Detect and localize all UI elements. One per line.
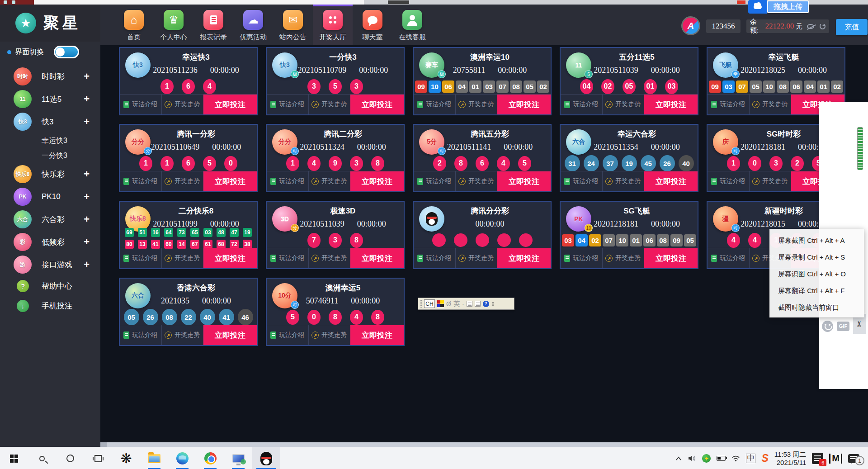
refresh-icon[interactable] (820, 23, 826, 29)
play-intro-button[interactable]: 玩法介绍 (267, 171, 309, 191)
trend-button[interactable]: ↗开奖走势 (162, 171, 204, 191)
sidebar-item[interactable]: 1111选5+ (0, 88, 100, 110)
play-intro-button[interactable]: 玩法介绍 (561, 95, 603, 114)
nav-item[interactable]: 聊天室 (353, 5, 392, 45)
expand-plus-icon[interactable]: + (84, 116, 90, 128)
trend-button[interactable]: ↗开奖走势 (603, 248, 645, 268)
nav-item[interactable]: ♛个人中心 (154, 5, 193, 45)
sidebar-subitem[interactable]: 幸运快3 (0, 133, 100, 148)
ui-switch-toggle[interactable] (54, 46, 79, 58)
qq-button[interactable] (252, 447, 280, 469)
file-explorer-button[interactable] (140, 447, 168, 469)
sidebar-item[interactable]: 游接口游戏+ (0, 253, 100, 276)
nav-item[interactable]: ☁优惠活动 (233, 5, 273, 45)
sidebar-item[interactable]: 快3快3+ (0, 110, 100, 133)
emoji-icon[interactable] (822, 321, 833, 332)
nav-item[interactable]: ⌂首页 (114, 5, 154, 45)
bet-now-button[interactable]: 立即投注 (644, 95, 698, 114)
bet-now-button[interactable]: 立即投注 (203, 95, 257, 114)
gif-icon[interactable]: GIF (837, 322, 849, 331)
username-box[interactable]: 123456 (706, 19, 741, 33)
trend-button[interactable]: ↗开奖走势 (456, 248, 498, 268)
nav-item[interactable]: 开奖大厅 (313, 5, 353, 45)
bet-now-button[interactable]: 立即投注 (350, 325, 404, 345)
expand-plus-icon[interactable]: + (84, 213, 90, 225)
trend-button[interactable]: ↗开奖走势 (750, 95, 792, 114)
ime-help-icon[interactable]: ? (483, 301, 489, 307)
bet-now-button[interactable]: 立即投注 (350, 171, 404, 191)
expand-plus-icon[interactable]: + (84, 259, 90, 270)
expand-plus-icon[interactable]: + (84, 168, 90, 180)
ime-disabled-icon[interactable]: Ø (446, 300, 451, 308)
sidebar-subitem[interactable]: 一分快3 (0, 148, 100, 163)
trend-button[interactable]: ↗开奖走势 (309, 171, 351, 191)
notes-app-icon[interactable]: 6 (812, 453, 823, 464)
trend-button[interactable]: ↗开奖走势 (456, 95, 498, 114)
account-button[interactable]: 充值 (836, 19, 868, 35)
menu-item[interactable]: 屏幕录制 Ctrl + Alt + S (770, 249, 864, 265)
task-view-button[interactable] (84, 447, 112, 469)
trend-button[interactable]: ↗开奖走势 (750, 171, 792, 191)
play-intro-button[interactable]: 玩法介绍 (267, 248, 309, 268)
m-app-icon[interactable]: M (829, 454, 842, 464)
play-intro-button[interactable]: 玩法介绍 (708, 171, 750, 191)
sidebar-item[interactable]: 快乐8快乐彩+ (0, 163, 100, 185)
trend-button[interactable]: ↗开奖走势 (603, 95, 645, 114)
play-intro-button[interactable]: 玩法介绍 (414, 248, 456, 268)
search-button[interactable] (28, 447, 56, 469)
menu-item[interactable]: 屏幕截图 Ctrl + Alt + A (770, 232, 864, 249)
play-intro-button[interactable]: 玩法介绍 (414, 95, 456, 114)
ime-options-icon[interactable] (491, 302, 495, 306)
ime-lang-button[interactable]: CH (424, 299, 435, 308)
trend-button[interactable]: ↗开奖走势 (309, 95, 351, 114)
bet-now-button[interactable]: 立即投注 (203, 171, 257, 191)
scroll-left-arrow[interactable] (100, 442, 107, 447)
taskbar-clock[interactable]: 11:53 周二 2021/5/11 (774, 450, 807, 467)
trend-button[interactable]: ↗开奖走势 (162, 248, 204, 268)
sogou-icon[interactable]: S (761, 452, 768, 464)
play-intro-button[interactable]: 玩法介绍 (267, 325, 309, 345)
ime-grip[interactable] (420, 300, 422, 308)
ime-language-bar[interactable]: CH Ø 英 · ? (418, 298, 514, 310)
ime-mspy-icon[interactable] (437, 300, 444, 307)
play-intro-button[interactable]: 玩法介绍 (708, 248, 750, 268)
nav-item[interactable]: 在线客服 (392, 5, 432, 45)
pinned-app-button[interactable]: ❋ (112, 447, 140, 469)
play-intro-button[interactable]: 玩法介绍 (267, 95, 309, 114)
qq-scrollbar-thumb[interactable] (857, 127, 863, 170)
bet-now-button[interactable]: 立即投注 (497, 248, 551, 268)
ime-indicator[interactable]: 中 (746, 454, 755, 463)
bet-now-button[interactable]: 立即投注 (203, 325, 257, 345)
sidebar-item[interactable]: ↓手机投注 (0, 296, 100, 316)
edge-button[interactable] (168, 447, 196, 469)
sidebar-item[interactable]: 六合六合彩+ (0, 208, 100, 231)
sidebar-item[interactable]: PKPK10+ (0, 185, 100, 208)
ime-softkeyboard-icon[interactable] (467, 301, 472, 307)
volume-icon[interactable] (688, 455, 696, 462)
trend-button[interactable]: ↗开奖走势 (309, 325, 351, 345)
play-intro-button[interactable]: 玩法介绍 (120, 248, 162, 268)
play-intro-button[interactable]: 玩法介绍 (414, 171, 456, 191)
sidebar-item[interactable]: ?帮助中心 (0, 276, 100, 296)
play-intro-button[interactable]: 玩法介绍 (561, 248, 603, 268)
drag-upload-widget[interactable]: 拖拽上传 (748, 0, 809, 14)
avatar[interactable]: A (681, 16, 700, 35)
nav-item[interactable]: ✉站内公告 (273, 5, 313, 45)
eye-off-icon[interactable] (807, 24, 814, 29)
bet-now-button[interactable]: 立即投注 (644, 171, 698, 191)
bet-now-button[interactable]: 立即投注 (497, 95, 551, 114)
horizontal-scrollbar[interactable] (100, 442, 868, 447)
menu-item[interactable]: 截图时隐藏当前窗口 (770, 299, 864, 316)
expand-plus-icon[interactable]: + (84, 191, 90, 203)
remote-desktop-button[interactable] (224, 447, 252, 469)
sidebar-item[interactable]: 彩低频彩+ (0, 231, 100, 253)
play-intro-button[interactable]: 玩法介绍 (708, 95, 750, 114)
sidebar-item[interactable]: 时时时时彩+ (0, 65, 100, 88)
bet-now-button[interactable]: 立即投注 (350, 248, 404, 268)
expand-plus-icon[interactable]: + (84, 71, 90, 82)
action-center[interactable]: 1 (848, 451, 864, 465)
nav-item[interactable]: 报表记录 (193, 5, 233, 45)
bet-now-button[interactable]: 立即投注 (497, 171, 551, 191)
ime-en-button[interactable]: 英 (453, 300, 460, 308)
cortana-button[interactable] (56, 447, 84, 469)
